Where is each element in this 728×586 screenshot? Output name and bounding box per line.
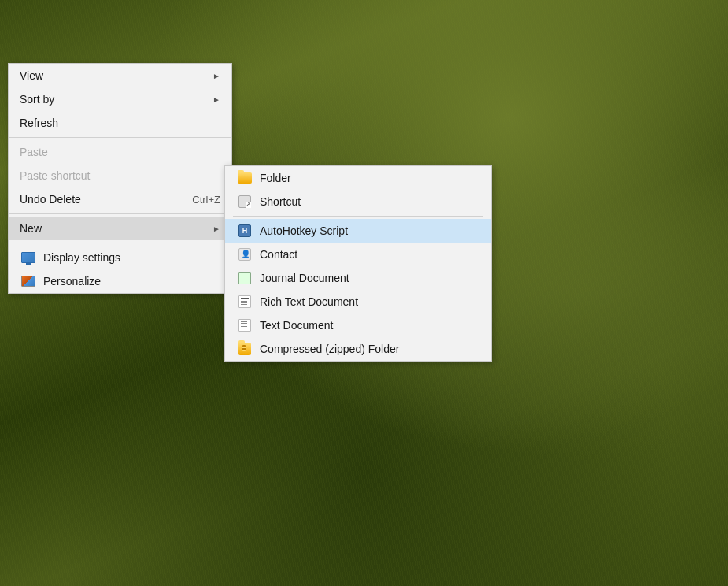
context-menu: View ► Sort by ► Refresh Paste Paste sho… (8, 63, 232, 294)
view-arrow-icon: ► (212, 72, 220, 80)
submenu-separator-1 (233, 216, 483, 217)
personalize-icon (20, 276, 37, 287)
new-submenu: Folder Shortcut H AutoHotkey Script Cont… (224, 165, 492, 362)
menu-item-paste: Paste (9, 140, 231, 164)
submenu-item-journal[interactable]: Journal Document (225, 266, 491, 290)
menu-item-paste-shortcut: Paste shortcut (9, 164, 231, 187)
menu-item-personalize[interactable]: Personalize (9, 269, 231, 293)
txt-icon (236, 319, 253, 332)
new-arrow-icon: ► (212, 224, 220, 233)
menu-item-undo-delete[interactable]: Undo Delete Ctrl+Z (9, 187, 231, 211)
folder-icon (236, 172, 253, 184)
submenu-item-folder[interactable]: Folder (225, 166, 491, 190)
shortcut-icon (236, 195, 253, 208)
separator-1 (9, 137, 231, 138)
menu-item-new[interactable]: New ► (9, 217, 231, 240)
menu-item-view[interactable]: View ► (9, 64, 231, 87)
separator-2 (9, 213, 231, 214)
menu-item-sort-by[interactable]: Sort by ► (9, 87, 231, 111)
zip-icon (236, 343, 253, 355)
submenu-item-ahk[interactable]: H AutoHotkey Script (225, 219, 491, 243)
contact-icon (236, 248, 253, 261)
journal-icon (236, 272, 253, 284)
submenu-item-txt[interactable]: Text Document (225, 313, 491, 337)
separator-3 (9, 243, 231, 243)
submenu-item-contact[interactable]: Contact (225, 243, 491, 266)
submenu-item-shortcut[interactable]: Shortcut (225, 190, 491, 213)
menu-item-refresh[interactable]: Refresh (9, 111, 231, 135)
display-settings-icon (20, 252, 37, 263)
ahk-icon: H (236, 224, 253, 237)
rtf-icon (236, 295, 253, 308)
submenu-item-zip[interactable]: Compressed (zipped) Folder (225, 337, 491, 361)
sort-arrow-icon: ► (212, 95, 220, 104)
submenu-item-rtf[interactable]: Rich Text Document (225, 290, 491, 313)
menu-item-display-settings[interactable]: Display settings (9, 246, 231, 269)
